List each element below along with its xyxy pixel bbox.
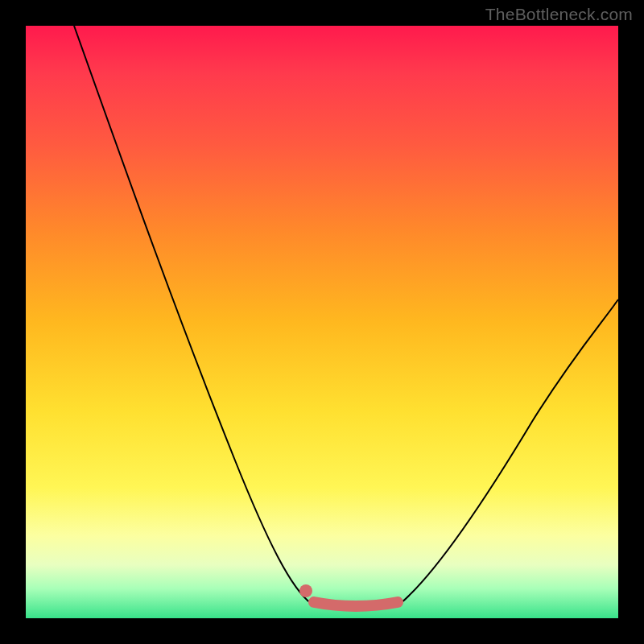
gradient-plot-area <box>26 26 618 618</box>
basin-highlight <box>314 602 398 606</box>
bottleneck-curve <box>26 26 618 618</box>
basin-start-dot <box>299 584 312 597</box>
outer-frame: TheBottleneck.com <box>0 0 644 644</box>
curve-right-branch <box>400 299 618 604</box>
watermark-text: TheBottleneck.com <box>485 5 633 24</box>
curve-left-branch <box>74 26 312 604</box>
